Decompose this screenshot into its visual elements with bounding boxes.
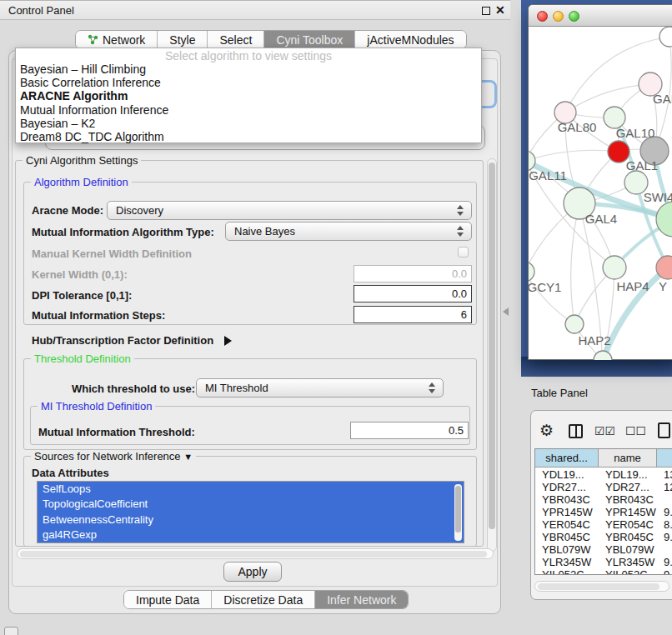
- column-header-name[interactable]: name: [599, 449, 657, 468]
- node-table[interactable]: shared... name YDL19...YDL19...13YDR27..…: [534, 448, 672, 575]
- network-node-label: GAL1: [626, 158, 658, 172]
- network-node[interactable]: [603, 256, 626, 279]
- columns-icon[interactable]: [569, 424, 583, 438]
- aracne-mode-label: Aracne Mode:: [32, 204, 103, 217]
- list-item-betweennesscentrality[interactable]: BetweennessCentrality: [38, 512, 464, 528]
- table-cell[interactable]: YPR145W: [602, 506, 657, 518]
- table-cell[interactable]: 8.: [660, 518, 672, 531]
- tab-impute-data[interactable]: Impute Data: [124, 591, 211, 608]
- which-threshold-select[interactable]: MI Threshold: [196, 378, 444, 398]
- list-item-gal4rgexp[interactable]: gal4RGexp: [38, 528, 464, 542]
- table-cell[interactable]: YBR043C: [539, 493, 597, 506]
- table-cell[interactable]: YDR27...: [602, 481, 657, 493]
- manual-kernel-checkbox[interactable]: [458, 247, 469, 258]
- network-node[interactable]: [565, 315, 584, 333]
- table-cell[interactable]: YER054C: [602, 518, 657, 531]
- aracne-mode-select[interactable]: Discovery: [107, 201, 472, 220]
- tab-infer-network[interactable]: Infer Network: [314, 591, 408, 608]
- float-window-icon[interactable]: [482, 7, 490, 15]
- minimize-traffic-light-icon[interactable]: [553, 11, 564, 22]
- deselect-all-checkboxes-icon[interactable]: ☐☐: [625, 424, 646, 438]
- select-all-checkboxes-icon[interactable]: ☑☑: [594, 424, 615, 438]
- settings-horizontal-scrollbar[interactable]: [17, 548, 494, 559]
- table-cell[interactable]: YDR27...: [539, 481, 597, 493]
- dropdown-item-basic-correlation[interactable]: Basic Correlation Inference: [16, 76, 481, 89]
- table-cell[interactable]: YLR345W: [602, 556, 657, 568]
- algorithm-dropdown-popup: Select algorithm to view settings Bayesi…: [15, 48, 482, 143]
- apply-button-label: Apply: [238, 565, 267, 578]
- tab-style[interactable]: Style: [157, 31, 207, 48]
- tab-cyni-toolbox[interactable]: Cyni Toolbox: [263, 31, 354, 48]
- cyni-algorithm-settings-legend: Cyni Algorithm Settings: [23, 154, 141, 167]
- dropdown-item-dream8[interactable]: Dream8 DC_TDC Algorithm: [16, 130, 481, 143]
- table-cell[interactable]: [660, 543, 672, 556]
- column-header-cut[interactable]: [657, 449, 672, 468]
- tab-discretize-data[interactable]: Discretize Data: [211, 591, 314, 608]
- zoom-traffic-light-icon[interactable]: [569, 11, 579, 22]
- table-cell[interactable]: YIL052C: [539, 568, 597, 575]
- tab-network[interactable]: Network: [76, 31, 157, 48]
- table-cell[interactable]: YPR145W: [539, 506, 597, 518]
- table-cell[interactable]: YBR045C: [539, 531, 597, 543]
- mi-steps-field[interactable]: 6: [354, 306, 472, 323]
- table-cell[interactable]: YBR043C: [602, 493, 657, 506]
- list-vertical-scrollbar[interactable]: [454, 484, 462, 541]
- network-edge[interactable]: [571, 203, 579, 324]
- network-edge[interactable]: [565, 84, 650, 112]
- table-cell[interactable]: 9.: [660, 506, 672, 518]
- kernel-width-value: 0.0: [452, 268, 467, 280]
- apply-button[interactable]: Apply: [223, 562, 282, 582]
- mi-threshold-field[interactable]: 0.5: [350, 422, 469, 439]
- tab-jactivemnodules[interactable]: jActiveMNodules: [354, 31, 465, 48]
- table-cell[interactable]: YBL079W: [602, 543, 657, 556]
- dropdown-item-bayesian-k2[interactable]: Bayesian – K2: [16, 117, 481, 130]
- kernel-width-field[interactable]: 0.0: [354, 265, 472, 282]
- network-node[interactable]: [656, 202, 672, 237]
- dropdown-item-aracne[interactable]: ARACNE Algorithm: [16, 89, 481, 102]
- column-header-shared-name[interactable]: shared...: [535, 449, 599, 468]
- list-item-selfloops[interactable]: SelfLoops: [38, 482, 464, 497]
- table-cell[interactable]: YLR345W: [539, 556, 597, 568]
- tab-select[interactable]: Select: [207, 31, 263, 48]
- minimized-panel-icon[interactable]: [4, 627, 18, 635]
- table-cell[interactable]: YBL079W: [539, 543, 597, 556]
- panel-divider-handle[interactable]: [503, 308, 509, 316]
- table-horizontal-scrollbar[interactable]: [534, 581, 669, 592]
- network-node[interactable]: [529, 262, 534, 282]
- table-cell[interactable]: YBR045C: [602, 531, 657, 543]
- tab-cyni-toolbox-label: Cyni Toolbox: [276, 33, 343, 47]
- table-cell[interactable]: 9.: [660, 556, 672, 568]
- hub-definition-toggle[interactable]: Hub/Transcription Factor Definition: [32, 332, 232, 348]
- collapsed-arrow-icon: [224, 336, 232, 346]
- sources-legend[interactable]: Sources for Network Inference ▼: [31, 450, 196, 462]
- control-panel-titlebar: Control Panel ✕: [0, 0, 510, 20]
- table-cell[interactable]: 13: [660, 468, 672, 481]
- list-item-topologicalcoefficient[interactable]: TopologicalCoefficient: [38, 497, 464, 512]
- table-cell[interactable]: 9.: [660, 531, 672, 543]
- data-attributes-list[interactable]: SelfLoops TopologicalCoefficient Between…: [37, 481, 464, 543]
- table-cell[interactable]: YER054C: [539, 518, 597, 531]
- table-cell[interactable]: YDL19...: [602, 468, 657, 481]
- mi-type-select[interactable]: Naive Bayes: [225, 222, 472, 241]
- table-cell[interactable]: YDL19...: [539, 468, 597, 481]
- hub-definition-label: Hub/Transcription Factor Definition: [32, 334, 213, 347]
- network-node[interactable]: [659, 27, 672, 47]
- table-cell[interactable]: YIL052C: [602, 568, 657, 575]
- network-window-titlebar[interactable]: [529, 5, 672, 27]
- export-table-icon[interactable]: [658, 422, 670, 438]
- network-edge[interactable]: [529, 150, 619, 161]
- network-node[interactable]: [594, 351, 612, 360]
- settings-vertical-scrollbar[interactable]: [487, 158, 497, 552]
- dpi-tolerance-field[interactable]: 0.0: [354, 285, 472, 302]
- table-cell[interactable]: 12: [660, 481, 672, 493]
- table-cell[interactable]: [660, 493, 672, 506]
- dropdown-item-mutual-information[interactable]: Mutual Information Inference: [16, 103, 481, 117]
- close-icon[interactable]: ✕: [495, 3, 505, 17]
- close-traffic-light-icon[interactable]: [537, 11, 548, 22]
- mi-threshold-value: 0.5: [449, 424, 464, 437]
- aracne-mode-value: Discovery: [116, 204, 163, 217]
- dropdown-item-bayesian-hill-climbing[interactable]: Bayesian – Hill Climbing: [16, 62, 481, 76]
- network-canvas[interactable]: GALGAL80GAL10GAL1GAL11SWI4GAL4GCY1HAP4YH…: [529, 27, 672, 360]
- gear-icon[interactable]: ⚙: [539, 421, 554, 440]
- table-cell[interactable]: 9.: [660, 568, 672, 575]
